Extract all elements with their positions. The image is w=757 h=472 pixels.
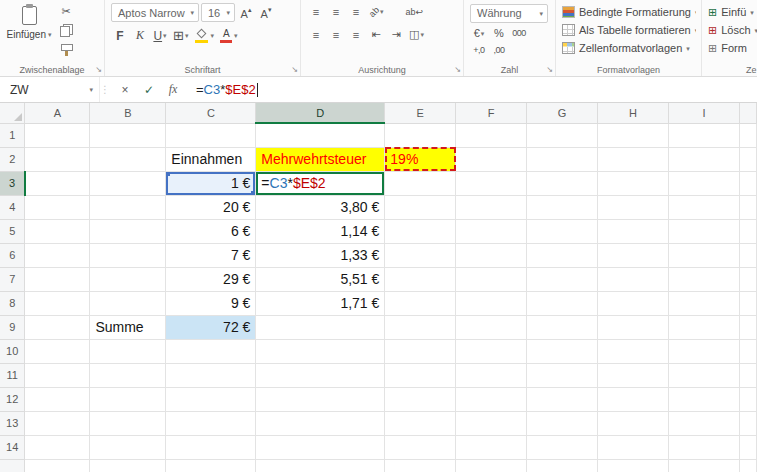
cell-H14[interactable] (598, 435, 669, 459)
increase-indent-button[interactable]: ⇥ (387, 26, 405, 43)
cell-C11[interactable] (166, 363, 256, 387)
cell-C6[interactable]: 7 € (166, 243, 256, 267)
font-dialog-launcher-icon[interactable]: ↘ (291, 66, 298, 74)
cell-F3[interactable] (456, 171, 527, 195)
cell-B1[interactable] (90, 123, 166, 147)
row-header-15[interactable] (0, 459, 25, 472)
cell-F7[interactable] (456, 267, 527, 291)
cell-H9[interactable] (598, 315, 669, 339)
cell-F6[interactable] (456, 243, 527, 267)
merge-center-button[interactable]: ◫▾ (407, 26, 426, 43)
cell-F8[interactable] (456, 291, 527, 315)
row-header-4[interactable]: 4 (0, 195, 25, 219)
cell-A13[interactable] (25, 411, 90, 435)
cell-D12[interactable] (256, 387, 385, 411)
cell-F5[interactable] (456, 219, 527, 243)
cell-B2[interactable] (90, 147, 166, 171)
decrease-decimal-button[interactable]: ,00 (490, 42, 508, 59)
cell-C13[interactable] (166, 411, 256, 435)
cell-F10[interactable] (456, 339, 527, 363)
cell-H2[interactable] (598, 147, 669, 171)
cell-I1[interactable] (668, 123, 739, 147)
row-header-9[interactable]: 9 (0, 315, 25, 339)
cell-A15[interactable] (25, 459, 90, 472)
row-header-3[interactable]: 3 (0, 171, 25, 195)
cell-G3[interactable] (527, 171, 598, 195)
format-as-table-button[interactable]: Als Tabelle formatieren ▾ (562, 21, 696, 39)
cell-C14[interactable] (166, 435, 256, 459)
cell-A11[interactable] (25, 363, 90, 387)
align-top-button[interactable]: ≡ (307, 3, 325, 20)
column-header-D[interactable]: D (256, 103, 385, 123)
cell-E11[interactable] (385, 363, 456, 387)
number-dialog-launcher-icon[interactable]: ↘ (546, 66, 553, 74)
name-box[interactable]: ZW ▾ (0, 77, 100, 102)
percent-style-button[interactable]: % (490, 25, 508, 42)
decrease-font-button[interactable]: A▾ (257, 4, 275, 21)
row-header-5[interactable]: 5 (0, 219, 25, 243)
cell-C4[interactable]: 20 € (166, 195, 256, 219)
cell-E6[interactable] (385, 243, 456, 267)
cell-G9[interactable] (527, 315, 598, 339)
cell-E14[interactable] (385, 435, 456, 459)
cell-C3[interactable]: 1 € (166, 171, 256, 195)
cell-D7[interactable]: 5,51 € (256, 267, 385, 291)
align-left-button[interactable]: ≡ (307, 26, 325, 43)
cell-D5[interactable]: 1,14 € (256, 219, 385, 243)
cell-C7[interactable]: 29 € (166, 267, 256, 291)
cell-B8[interactable] (90, 291, 166, 315)
column-header-G[interactable]: G (527, 103, 598, 123)
comma-style-button[interactable]: 000 (510, 25, 528, 42)
cell-I14[interactable] (668, 435, 739, 459)
row-header-1[interactable]: 1 (0, 123, 25, 147)
cell-G2[interactable] (527, 147, 598, 171)
cell-B5[interactable] (90, 219, 166, 243)
cell-G4[interactable] (527, 195, 598, 219)
cell-A2[interactable] (25, 147, 90, 171)
row-header-11[interactable]: 11 (0, 363, 25, 387)
cell-D9[interactable] (256, 315, 385, 339)
row-header-8[interactable]: 8 (0, 291, 25, 315)
cell-C5[interactable]: 6 € (166, 219, 256, 243)
cell-H7[interactable] (598, 267, 669, 291)
cell-I6[interactable] (668, 243, 739, 267)
cell-F4[interactable] (456, 195, 527, 219)
cell-I15[interactable] (668, 459, 739, 472)
cell-F13[interactable] (456, 411, 527, 435)
cell-A1[interactable] (25, 123, 90, 147)
cell-D13[interactable] (256, 411, 385, 435)
delete-cells-button[interactable]: ⊞ Lösch ▾ (708, 21, 757, 39)
cell-G14[interactable] (527, 435, 598, 459)
clipboard-dialog-launcher-icon[interactable]: ↘ (95, 66, 102, 74)
cell-E8[interactable] (385, 291, 456, 315)
cell-B10[interactable] (90, 339, 166, 363)
cell-E5[interactable] (385, 219, 456, 243)
format-cells-button[interactable]: ⊞ Form (708, 39, 747, 57)
cell-F2[interactable] (456, 147, 527, 171)
font-name-combo[interactable]: Aptos Narrow▾ (111, 3, 199, 22)
cell-G12[interactable] (527, 387, 598, 411)
cell-A8[interactable] (25, 291, 90, 315)
bold-button[interactable]: F (111, 27, 129, 44)
cell-B11[interactable] (90, 363, 166, 387)
cell-H4[interactable] (598, 195, 669, 219)
cell-E3[interactable] (385, 171, 456, 195)
align-bottom-button[interactable]: ≡ (347, 3, 365, 20)
column-header-partial[interactable] (739, 103, 756, 123)
cell-B12[interactable] (90, 387, 166, 411)
cell-D11[interactable] (256, 363, 385, 387)
cell-G6[interactable] (527, 243, 598, 267)
cell-H3[interactable] (598, 171, 669, 195)
cell-D15[interactable] (256, 459, 385, 472)
row-header-2[interactable]: 2 (0, 147, 25, 171)
paste-button[interactable]: Einfügen▾ (6, 3, 52, 40)
cell-A7[interactable] (25, 267, 90, 291)
wrap-text-button[interactable]: ab↩ (404, 3, 426, 20)
cell-B6[interactable] (90, 243, 166, 267)
cell-F1[interactable] (456, 123, 527, 147)
cell-G13[interactable] (527, 411, 598, 435)
font-size-combo[interactable]: 16▾ (201, 3, 235, 22)
cell-A4[interactable] (25, 195, 90, 219)
cell-E13[interactable] (385, 411, 456, 435)
cell-I9[interactable] (668, 315, 739, 339)
